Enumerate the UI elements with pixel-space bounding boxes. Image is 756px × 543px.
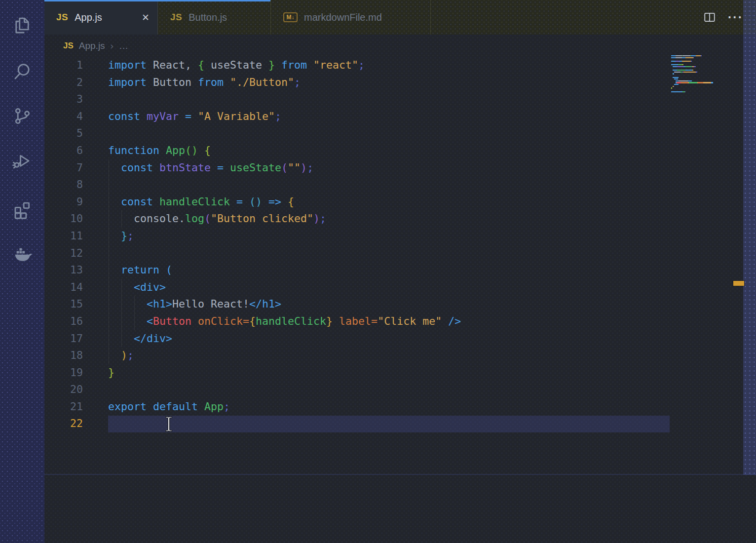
line-number: 14 [44,279,83,296]
activity-bar [0,0,44,543]
line-number: 9 [44,194,83,211]
code-line[interactable]: const myVar = "A Variable"; [108,108,461,125]
code-line[interactable]: import React, { useState } from "react"; [108,57,461,74]
vscode-window: JS App.js ✕ JS Button.js M↓ markdownFile… [0,0,756,543]
line-number: 10 [44,210,83,228]
line-number: 20 [44,381,83,398]
tab-app-js[interactable]: JS App.js ✕ [44,0,158,35]
js-file-icon: JS [63,41,74,51]
code-line[interactable]: <Button onClick={handleClick} label="Cli… [108,313,461,330]
frame-artifact-line [44,474,756,475]
code-line[interactable]: import Button from "./Button"; [108,74,461,91]
line-number: 3 [44,91,83,108]
js-file-icon: JS [56,12,68,23]
code-line[interactable] [108,415,461,432]
line-number: 13 [44,262,83,279]
run-and-debug-icon[interactable] [11,150,33,171]
explorer-icon[interactable] [11,15,33,37]
breadcrumb-file[interactable]: App.js [79,40,105,51]
line-number: 22 [44,415,83,432]
tab-button-js[interactable]: JS Button.js [158,0,271,35]
js-file-icon: JS [170,12,182,23]
chevron-right-icon: › [111,40,113,51]
source-control-icon[interactable] [11,105,33,127]
code-line[interactable]: console.log("Button clicked"); [108,210,461,228]
code-line[interactable]: function App() { [108,142,461,159]
line-number: 4 [44,108,83,125]
line-number: 18 [44,347,83,364]
docker-icon[interactable] [11,243,33,265]
tab-label: App.js [75,12,102,23]
code-line[interactable] [108,381,461,398]
line-number: 2 [44,74,83,91]
more-actions-icon[interactable]: ··· [728,0,743,35]
code-line[interactable]: return ( [108,262,461,279]
code-line[interactable]: </div> [108,330,461,348]
i-beam-cursor [164,416,174,434]
tab-label: Button.js [189,12,227,23]
line-number: 12 [44,245,83,262]
line-number: 21 [44,398,83,416]
line-number: 6 [44,142,83,159]
code-line[interactable]: export default App; [108,398,461,416]
breadcrumb-symbol[interactable]: … [119,40,128,51]
markdown-file-icon: M↓ [283,12,298,22]
tab-bar: JS App.js ✕ JS Button.js M↓ markdownFile… [44,0,756,35]
code-line[interactable] [108,91,461,108]
search-icon[interactable] [11,61,33,82]
minimap[interactable] [671,55,718,95]
extensions-icon[interactable] [11,198,33,220]
code-line[interactable]: const handleClick = () => { [108,194,461,211]
line-number: 8 [44,176,83,194]
code-line[interactable]: ); [108,347,461,364]
line-number: 5 [44,125,83,142]
scrollbar-track[interactable] [743,0,756,475]
line-number: 16 [44,313,83,330]
code-line[interactable]: }; [108,228,461,245]
line-number: 7 [44,159,83,177]
line-number: 11 [44,228,83,245]
code-line[interactable] [108,125,461,142]
code-line[interactable] [108,176,461,194]
breadcrumb: JS App.js › … [63,35,128,57]
line-number: 17 [44,330,83,348]
overview-ruler-marker [733,281,744,286]
gutter: 12345678910111213141516171819202122 [44,57,83,432]
tab-label: markdownFile.md [304,12,382,23]
code-line[interactable]: const btnState = useState(""); [108,159,461,177]
active-tab-indicator [44,0,270,1]
code-line[interactable]: <div> [108,279,461,296]
line-number: 19 [44,364,83,382]
line-number: 1 [44,57,83,74]
code-line[interactable]: <h1>Hello React!</h1> [108,296,461,313]
code-line[interactable] [108,245,461,262]
tab-markdownfile-md[interactable]: M↓ markdownFile.md [271,0,431,35]
line-number: 15 [44,296,83,313]
minimap-content [671,55,718,95]
split-editor-icon[interactable] [703,0,716,35]
code-line[interactable]: } [108,364,461,382]
code-lines[interactable]: import React, { useState } from "react";… [108,57,461,432]
close-icon[interactable]: ✕ [142,12,150,23]
